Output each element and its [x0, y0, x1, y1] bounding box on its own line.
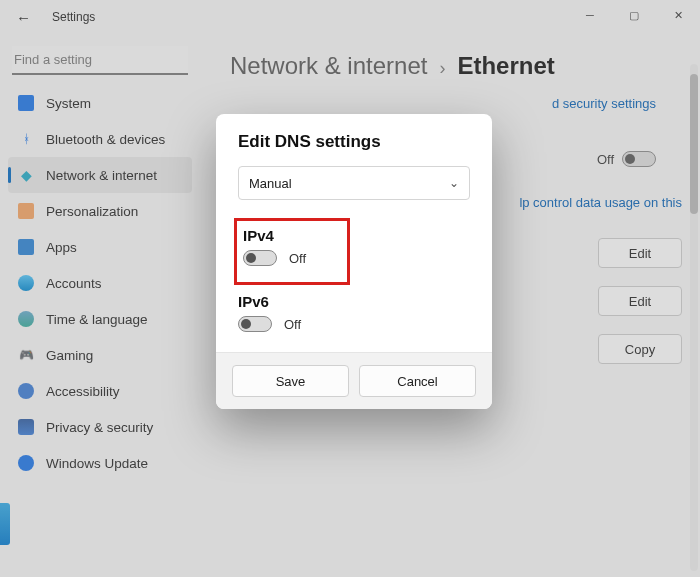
ipv6-heading: IPv6: [238, 293, 470, 310]
dns-mode-dropdown[interactable]: Manual ⌄: [238, 166, 470, 200]
sidebar-item-personalization[interactable]: Personalization: [8, 193, 192, 229]
minimize-button[interactable]: ─: [568, 0, 612, 30]
globe-icon: [18, 311, 34, 327]
accent-sliver: [0, 503, 10, 545]
sidebar-item-network[interactable]: ◆Network & internet: [8, 157, 192, 193]
sidebar-item-privacy[interactable]: Privacy & security: [8, 409, 192, 445]
edit-dns-dialog: Edit DNS settings Manual ⌄ IPv4 Off IPv6…: [216, 114, 492, 409]
close-button[interactable]: ✕: [656, 0, 700, 30]
sidebar-item-accounts[interactable]: Accounts: [8, 265, 192, 301]
wifi-icon: ◆: [18, 167, 34, 183]
sidebar-item-bluetooth[interactable]: ᚼBluetooth & devices: [8, 121, 192, 157]
apps-icon: [18, 239, 34, 255]
shield-icon: [18, 419, 34, 435]
metered-toggle[interactable]: [622, 151, 656, 167]
sidebar: Find a setting System ᚼBluetooth & devic…: [0, 34, 200, 577]
person-icon: [18, 275, 34, 291]
dialog-title: Edit DNS settings: [216, 114, 492, 166]
maximize-button[interactable]: ▢: [612, 0, 656, 30]
system-icon: [18, 95, 34, 111]
breadcrumb-parent[interactable]: Network & internet: [230, 52, 427, 80]
dns-mode-value: Manual: [249, 176, 292, 191]
chevron-right-icon: ›: [439, 58, 445, 79]
update-icon: [18, 455, 34, 471]
sidebar-item-gaming[interactable]: 🎮Gaming: [8, 337, 192, 373]
sidebar-item-update[interactable]: Windows Update: [8, 445, 192, 481]
gaming-icon: 🎮: [18, 347, 34, 363]
metered-off-label: Off: [597, 152, 614, 167]
save-button[interactable]: Save: [232, 365, 349, 397]
chevron-down-icon: ⌄: [449, 176, 459, 190]
bluetooth-icon: ᚼ: [18, 131, 34, 147]
back-icon[interactable]: ←: [16, 9, 34, 26]
copy-button[interactable]: Copy: [598, 334, 682, 364]
window-title: Settings: [52, 10, 95, 24]
window-controls: ─ ▢ ✕: [568, 0, 700, 30]
ipv6-state: Off: [284, 317, 301, 332]
edit-button-1[interactable]: Edit: [598, 238, 682, 268]
scrollbar[interactable]: [690, 64, 698, 571]
sidebar-item-accessibility[interactable]: Accessibility: [8, 373, 192, 409]
sidebar-item-apps[interactable]: Apps: [8, 229, 192, 265]
annotation-highlight: IPv4 Off: [234, 218, 350, 285]
ipv4-toggle[interactable]: [243, 250, 277, 266]
breadcrumb: Network & internet › Ethernet: [230, 52, 682, 80]
search-input[interactable]: Find a setting: [12, 46, 188, 75]
security-settings-link[interactable]: d security settings: [230, 96, 682, 111]
brush-icon: [18, 203, 34, 219]
ipv4-state: Off: [289, 251, 306, 266]
breadcrumb-current: Ethernet: [457, 52, 554, 80]
settings-window: ← Settings ─ ▢ ✕ Find a setting System ᚼ…: [0, 0, 700, 577]
ipv6-toggle[interactable]: [238, 316, 272, 332]
sidebar-item-time[interactable]: Time & language: [8, 301, 192, 337]
ipv4-heading: IPv4: [243, 227, 337, 244]
edit-button-2[interactable]: Edit: [598, 286, 682, 316]
accessibility-icon: [18, 383, 34, 399]
cancel-button[interactable]: Cancel: [359, 365, 476, 397]
sidebar-item-system[interactable]: System: [8, 85, 192, 121]
